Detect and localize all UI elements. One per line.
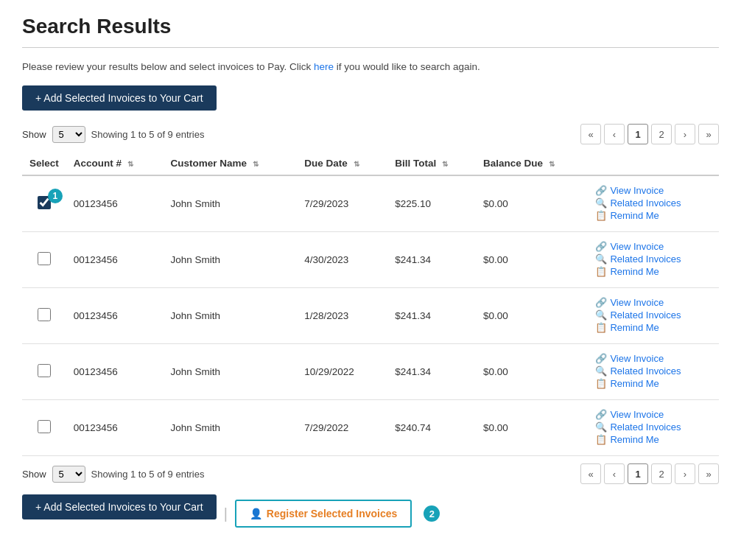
row-checkbox[interactable]: [38, 364, 51, 377]
cell-due-date: 10/29/2022: [297, 344, 387, 400]
register-label: Register Selected Invoices: [267, 508, 397, 519]
cell-due-date: 7/29/2023: [297, 175, 387, 232]
pagination-prev-top[interactable]: ‹: [604, 124, 625, 144]
col-customer: Customer Name ⇅: [164, 152, 298, 175]
table-row: 100123456John Smith7/29/2023$225.10$0.00…: [22, 175, 719, 232]
page-title: Search Results: [22, 15, 719, 48]
pagination-prev-bottom[interactable]: ‹: [604, 463, 625, 484]
table-row: 00123456John Smith10/29/2022$241.34$0.00…: [22, 344, 719, 400]
add-to-cart-button-top[interactable]: + Add Selected Invoices to Your Cart: [22, 85, 217, 111]
top-table-controls: Show 5 10 25 50 Showing 1 to 5 of 9 entr…: [22, 124, 719, 144]
cell-account: 00123456: [66, 400, 164, 456]
sort-icon-duedate: ⇅: [354, 160, 359, 168]
bottom-table-controls: Show 5 10 25 50 Showing 1 to 5 of 9 entr…: [22, 463, 719, 484]
checkbox-cell: 1: [22, 175, 66, 232]
cell-actions: 🔗View Invoice🔍Related Invoices📋Remind Me: [588, 175, 719, 232]
action-icon-0: 🔗: [595, 241, 607, 252]
row-checkbox[interactable]: [38, 308, 51, 321]
related-invoices-link[interactable]: 🔍Related Invoices: [595, 309, 712, 321]
cell-account: 00123456: [66, 288, 164, 344]
cell-account: 00123456: [66, 232, 164, 288]
action-icon-0: 🔗: [595, 185, 607, 196]
sort-icon-balance: ⇅: [549, 160, 555, 168]
col-account: Account # ⇅: [66, 152, 164, 175]
remind-me-link[interactable]: 📋Remind Me: [595, 378, 712, 389]
pagination-page2-bottom[interactable]: 2: [651, 463, 672, 484]
table-row: 00123456John Smith4/30/2023$241.34$0.00🔗…: [22, 232, 719, 288]
col-due-date: Due Date ⇅: [297, 152, 387, 175]
cell-due-date: 4/30/2023: [297, 232, 387, 288]
related-invoices-link[interactable]: 🔍Related Invoices: [595, 421, 712, 433]
cell-bill-total: $225.10: [387, 175, 476, 232]
cell-actions: 🔗View Invoice🔍Related Invoices📋Remind Me: [588, 400, 719, 456]
remind-me-link[interactable]: 📋Remind Me: [595, 434, 712, 445]
action-icon-0: 🔗: [595, 409, 607, 420]
pagination-first-bottom[interactable]: «: [580, 463, 601, 484]
cell-customer: John Smith: [164, 344, 298, 400]
pagination-page1-bottom[interactable]: 1: [628, 463, 648, 484]
cell-actions: 🔗View Invoice🔍Related Invoices📋Remind Me: [588, 344, 719, 400]
cell-actions: 🔗View Invoice🔍Related Invoices📋Remind Me: [588, 288, 719, 344]
pagination-page2-top[interactable]: 2: [651, 124, 672, 144]
remind-me-link[interactable]: 📋Remind Me: [595, 322, 712, 333]
action-icon-1: 🔍: [595, 253, 607, 265]
show-label: Show: [22, 129, 46, 140]
checkbox-cell: [22, 344, 66, 400]
cell-balance-due: $0.00: [476, 288, 588, 344]
pagination-last-top[interactable]: »: [698, 124, 719, 144]
cell-due-date: 7/29/2022: [297, 400, 387, 456]
badge-2: 2: [424, 505, 440, 522]
cell-bill-total: $241.34: [387, 344, 476, 400]
cell-bill-total: $241.34: [387, 232, 476, 288]
checkbox-cell: [22, 232, 66, 288]
cell-bill-total: $240.74: [387, 400, 476, 456]
table-header: Select Account # ⇅ Customer Name ⇅ Due D…: [22, 152, 719, 175]
action-icon-2: 📋: [595, 434, 607, 445]
pagination-next-bottom[interactable]: ›: [675, 463, 695, 484]
pagination-last-bottom[interactable]: »: [698, 463, 719, 484]
col-bill-total: Bill Total ⇅: [387, 152, 476, 175]
show-label-bottom: Show: [22, 469, 46, 480]
show-select-bottom[interactable]: 5 10 25 50: [52, 466, 85, 483]
cell-customer: John Smith: [164, 288, 298, 344]
row-checkbox[interactable]: [38, 252, 51, 265]
table-row: 00123456John Smith7/29/2022$240.74$0.00🔗…: [22, 400, 719, 456]
table-row: 00123456John Smith1/28/2023$241.34$0.00🔗…: [22, 288, 719, 344]
remind-me-link[interactable]: 📋Remind Me: [595, 210, 712, 221]
add-to-cart-button-bottom[interactable]: + Add Selected Invoices to Your Cart: [22, 494, 217, 519]
view-invoice-link[interactable]: 🔗View Invoice: [595, 297, 712, 308]
pagination-page1-top[interactable]: 1: [628, 124, 648, 144]
show-select-top[interactable]: 5 10 25 50: [52, 126, 85, 143]
search-description: Please review your results below and sel…: [22, 61, 719, 72]
row-checkbox[interactable]: [38, 420, 51, 433]
col-balance-due: Balance Due ⇅: [476, 152, 588, 175]
pagination-first-top[interactable]: «: [580, 124, 601, 144]
view-invoice-link[interactable]: 🔗View Invoice: [595, 185, 712, 196]
view-invoice-link[interactable]: 🔗View Invoice: [595, 241, 712, 252]
related-invoices-link[interactable]: 🔍Related Invoices: [595, 253, 712, 265]
sort-icon-customer: ⇅: [253, 160, 259, 168]
search-again-link[interactable]: here: [314, 61, 334, 72]
view-invoice-link[interactable]: 🔗View Invoice: [595, 409, 712, 420]
view-invoice-link[interactable]: 🔗View Invoice: [595, 353, 712, 364]
related-invoices-link[interactable]: 🔍Related Invoices: [595, 197, 712, 209]
invoices-table: Select Account # ⇅ Customer Name ⇅ Due D…: [22, 152, 719, 456]
pagination-top: « ‹ 1 2 › »: [580, 124, 719, 144]
sort-icon-billtotal: ⇅: [442, 160, 448, 168]
remind-me-link[interactable]: 📋Remind Me: [595, 266, 712, 277]
action-icon-2: 📋: [595, 266, 607, 277]
action-icon-1: 🔍: [595, 421, 607, 433]
col-actions: [588, 152, 719, 175]
pagination-next-top[interactable]: ›: [675, 124, 695, 144]
badge-1: 1: [48, 189, 63, 203]
cell-balance-due: $0.00: [476, 175, 588, 232]
cell-account: 00123456: [66, 175, 164, 232]
cell-actions: 🔗View Invoice🔍Related Invoices📋Remind Me: [588, 232, 719, 288]
action-icon-1: 🔍: [595, 309, 607, 321]
action-icon-0: 🔗: [595, 297, 607, 308]
action-icon-1: 🔍: [595, 197, 607, 209]
cell-balance-due: $0.00: [476, 344, 588, 400]
related-invoices-link[interactable]: 🔍Related Invoices: [595, 365, 712, 377]
register-invoices-button[interactable]: 👤 Register Selected Invoices: [235, 500, 412, 528]
checkbox-cell: [22, 288, 66, 344]
